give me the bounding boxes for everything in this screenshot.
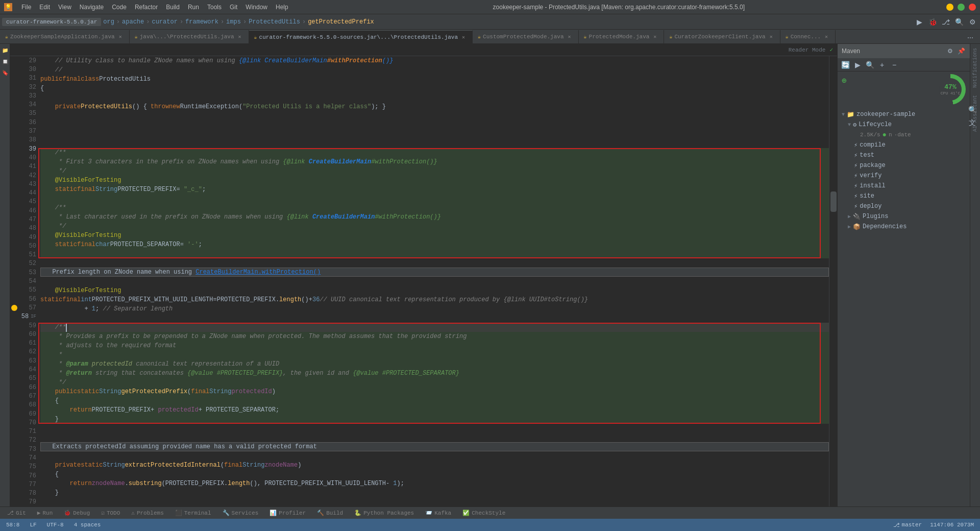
tree-test[interactable]: ⚡ test <box>838 150 970 160</box>
code-line-57 <box>40 313 829 323</box>
bottom-tab-problems[interactable]: ⚠ Problems <box>126 508 168 519</box>
bottom-tab-python-packages[interactable]: 🐍 Python Packages <box>349 508 419 519</box>
tree-lifecycle[interactable]: ▼ ⚙ Lifecycle <box>838 119 970 130</box>
status-encoding[interactable]: UTF-8 <box>45 522 66 528</box>
tab-close-1[interactable]: ✕ <box>236 33 243 40</box>
tree-package[interactable]: ⚡ package <box>838 160 970 171</box>
ln-53: 53 <box>10 268 38 277</box>
notifications-tab[interactable]: Notifications <box>972 46 978 90</box>
tab-protected-utils-local[interactable]: ☕ java\...\ProtectedUtils.java ✕ <box>130 30 249 43</box>
search-button[interactable]: 🔍 <box>953 16 965 28</box>
bottom-tab-build[interactable]: 🔨 Build <box>312 508 348 519</box>
structure-icon[interactable]: 🔲 <box>1 57 10 66</box>
maven-filter-btn[interactable]: 🔍 <box>864 59 875 70</box>
maven-pin-btn[interactable]: 📌 <box>957 46 966 56</box>
menu-build[interactable]: Build <box>163 3 183 12</box>
tree-compile[interactable]: ⚡ compile <box>838 140 970 150</box>
breadcrumb-class[interactable]: ProtectedUtils <box>249 18 300 26</box>
status-branch[interactable]: ⎇ master <box>891 522 924 528</box>
tree-dependencies[interactable]: ▶ 📦 Dependencies <box>838 222 970 232</box>
tab-close-0[interactable]: ✕ <box>117 33 124 40</box>
breadcrumb-imps[interactable]: imps <box>226 18 241 26</box>
settings-button[interactable]: ⚙ <box>967 16 978 28</box>
minimize-button[interactable] <box>946 4 953 11</box>
ai-assistant-tab[interactable]: AI Assistant <box>972 93 978 134</box>
maven-refresh-btn[interactable]: 🔄 <box>840 59 851 70</box>
menu-edit[interactable]: Edit <box>36 3 53 12</box>
code-line-38 <box>40 139 829 148</box>
maven-run-btn[interactable]: ▶ <box>852 59 863 70</box>
menu-window[interactable]: Window <box>242 3 271 12</box>
tab-curator-zookeeper-client[interactable]: ☕ CuratorZookeeperClient.java ✕ <box>664 30 780 43</box>
bottom-tab-todo[interactable]: ☑ TODO <box>96 508 125 519</box>
bottom-tab-profiler[interactable]: 📊 Profiler <box>264 508 311 519</box>
status-indent[interactable]: 4 spaces <box>72 522 103 528</box>
ln-42: 42 <box>10 171 38 180</box>
breadcrumb-apache[interactable]: apache <box>122 18 144 26</box>
tree-site[interactable]: ⚡ site <box>838 191 970 201</box>
tree-plugins[interactable]: ▶ 🔌 Plugins <box>838 211 970 222</box>
debug-icon: 🐞 <box>64 510 71 516</box>
status-coordinates[interactable]: 1147:06 2073M <box>928 522 976 528</box>
maven-plus-btn[interactable]: ⊕ <box>842 76 847 86</box>
tab-protected-mode[interactable]: ☕ ProtectedMode.java ✕ <box>579 30 665 43</box>
bottom-tab-services[interactable]: 🔧 Services <box>217 508 264 519</box>
menu-tools[interactable]: Tools <box>204 3 225 12</box>
breadcrumb-method[interactable]: getProtectedPrefix <box>308 18 374 26</box>
bottom-tab-run[interactable]: ▶ Run <box>32 508 58 519</box>
git-button[interactable]: ⎇ <box>940 16 951 28</box>
breadcrumb-framework[interactable]: framework <box>185 18 218 26</box>
tab-more-button[interactable]: ⋯ <box>965 32 976 43</box>
maximize-button[interactable] <box>958 4 965 11</box>
bottom-tab-checkstyle[interactable]: ✅ CheckStyle <box>457 508 510 519</box>
ln-31: 31 <box>10 74 38 83</box>
ln-38: 38 <box>10 136 38 144</box>
menu-navigate[interactable]: Navigate <box>77 3 107 12</box>
tab-custom-protected-mode[interactable]: ☕ CustomProtectedMode.java ✕ <box>473 30 578 43</box>
java-icon-7: ☕ <box>786 34 789 40</box>
maven-expand-btn[interactable]: + <box>876 59 888 70</box>
menu-file[interactable]: File <box>18 3 34 12</box>
tab-connect[interactable]: ☕ Connec... ✕ <box>780 30 836 43</box>
breadcrumb-org[interactable]: org <box>103 18 114 26</box>
menu-view[interactable]: View <box>55 3 75 12</box>
breadcrumb-curator[interactable]: curator <box>152 18 177 26</box>
tab-zookeeper-sample-app[interactable]: ☕ ZookeeperSampleApplication.java ✕ <box>0 30 130 43</box>
bottom-tab-kafka[interactable]: 📨 Kafka <box>420 508 456 519</box>
debug-button[interactable]: 🐞 <box>927 16 938 28</box>
tree-deploy[interactable]: ⚡ deploy <box>838 201 970 211</box>
menu-code[interactable]: Code <box>109 3 130 12</box>
bottom-tab-git[interactable]: ⎇ Git <box>2 508 31 519</box>
bottom-tab-debug[interactable]: 🐞 Debug <box>59 508 95 519</box>
project-icon[interactable]: 📁 <box>1 46 10 55</box>
menu-help[interactable]: Help <box>273 3 291 12</box>
bookmarks-icon[interactable]: 🔖 <box>1 68 10 78</box>
vertical-scrollbar[interactable] <box>829 56 837 506</box>
status-lf[interactable]: LF <box>28 522 38 528</box>
code-line-68: } <box>40 415 829 424</box>
tab-close-4[interactable]: ✕ <box>651 33 658 40</box>
bottom-tab-terminal[interactable]: ⬛ Terminal <box>170 508 216 519</box>
tree-install[interactable]: ⚡ install <box>838 181 970 191</box>
status-bar: 58:8 LF UTF-8 4 spaces ⎇ master 1147:06 … <box>0 519 980 531</box>
maven-collapse-btn[interactable]: − <box>889 59 900 70</box>
tree-verify[interactable]: ⚡ verify <box>838 171 970 181</box>
run-button[interactable]: ▶ <box>914 16 925 28</box>
menu-refactor[interactable]: Refactor <box>132 3 161 12</box>
scrollbar-thumb[interactable] <box>830 191 837 212</box>
menu-run[interactable]: Run <box>185 3 202 12</box>
close-button[interactable] <box>969 4 976 11</box>
code-content[interactable]: // Utility class to handle ZNode names w… <box>38 56 829 506</box>
maven-settings-btn[interactable]: ⚙ <box>945 46 954 56</box>
tab-protected-utils-sources[interactable]: ☕ curator-framework-5.5.0-sources.jar\..… <box>249 30 473 43</box>
tab-close-3[interactable]: ✕ <box>566 33 573 40</box>
tab-close-2[interactable]: ✕ <box>460 34 467 41</box>
status-position[interactable]: 58:8 <box>4 522 21 528</box>
project-badge[interactable]: curator-framework-5.5.0.jar <box>2 18 101 26</box>
java-icon-5: ☕ <box>584 34 587 40</box>
tab-close-5[interactable]: ✕ <box>768 33 775 40</box>
tab-close-6[interactable]: ✕ <box>823 33 830 40</box>
menu-git[interactable]: Git <box>227 3 240 12</box>
tree-project[interactable]: ▼ 📁 zookeeper-sample <box>838 109 970 119</box>
folder-icon: 📁 <box>847 111 854 118</box>
